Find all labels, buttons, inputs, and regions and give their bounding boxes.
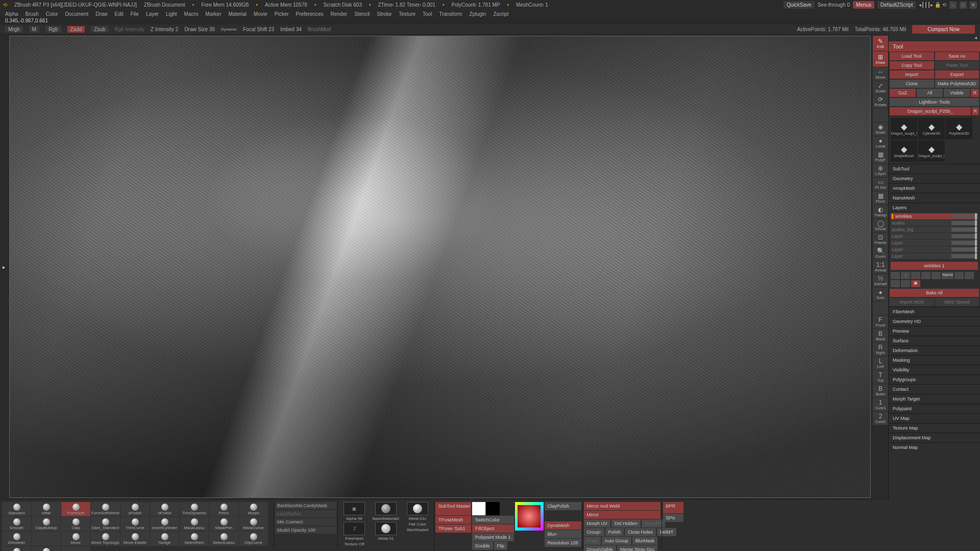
layer-item[interactable]: Layer: [891, 253, 978, 259]
brush-slicecurve[interactable]: SliceCurve: [2, 546, 31, 551]
brush-move[interactable]: Move: [61, 532, 90, 546]
brush-morph[interactable]: Morph: [239, 502, 268, 516]
spix-button[interactable]: SPix: [663, 514, 683, 522]
bake-all-button[interactable]: Bake All: [890, 289, 979, 297]
rail-scale[interactable]: ⤢Scale: [873, 81, 888, 94]
rgb-intensity-slider[interactable]: Rgb Intensity: [115, 27, 144, 32]
rail-solo[interactable]: ●Solo: [873, 288, 888, 301]
brush-formsoft[interactable]: FormSoft: [61, 502, 90, 516]
subpalette-displacement-map[interactable]: Displacement Map: [889, 433, 980, 442]
rail-top[interactable]: TTop: [873, 370, 888, 384]
menu-stencil[interactable]: Stencil: [354, 11, 370, 17]
menu-transform[interactable]: Transform: [439, 11, 462, 17]
subpalette-contact[interactable]: Contact: [889, 384, 980, 394]
color-picker[interactable]: [515, 502, 544, 531]
menu-color[interactable]: Color: [46, 11, 58, 17]
double-button[interactable]: Double: [472, 542, 493, 550]
claypolish-button[interactable]: ClayPolish: [545, 502, 581, 510]
menu-alpha[interactable]: Alpha: [5, 11, 18, 17]
goz-all-button[interactable]: All: [917, 89, 943, 97]
brush-smooth[interactable]: Smooth: [2, 517, 31, 531]
layer-item[interactable]: scales_big: [891, 227, 978, 233]
tpose-sub-button[interactable]: TPose› Sub1: [435, 524, 471, 533]
layer-btn-7[interactable]: [965, 272, 974, 279]
rail-back[interactable]: BBack: [873, 329, 888, 342]
rail-move[interactable]: ↔Move: [873, 67, 888, 81]
menu-render[interactable]: Render: [331, 11, 348, 17]
rgb-button[interactable]: Rgb: [45, 26, 61, 33]
color-main-swatch[interactable]: [472, 502, 485, 515]
brush-inflat[interactable]: Inflat: [32, 502, 61, 516]
goz-button[interactable]: GoZ: [890, 89, 916, 97]
texture-off-button[interactable]: Texture Off: [345, 542, 364, 546]
subpalette-nanomesh[interactable]: NanoMesh: [889, 193, 980, 203]
min-connect-button[interactable]: Min Connect: [275, 518, 336, 525]
rail-rotate[interactable]: ⟳Rotate: [873, 95, 888, 108]
brush-nudge[interactable]: Nudge: [150, 532, 179, 546]
morph-uv-button[interactable]: Morph UV: [584, 519, 611, 528]
layer-item[interactable]: wrinkles: [891, 213, 978, 219]
rail-frame[interactable]: ⊡Frame: [873, 233, 888, 246]
group-visible-button[interactable]: GroupVisible: [584, 545, 616, 551]
alpha-thumbnail[interactable]: ▦: [344, 502, 365, 515]
layer-btn-4[interactable]: [932, 272, 941, 279]
tool-thumb[interactable]: ◆SimpleBrush: [891, 140, 917, 162]
brush-selectrect[interactable]: SelectRect: [180, 532, 209, 546]
lightbox-tools-button[interactable]: Lightbox› Tools: [890, 98, 979, 106]
switch-color-button[interactable]: SwitchColor: [472, 516, 514, 524]
layer-item[interactable]: Layer: [891, 246, 978, 253]
layer-btn-6[interactable]: [954, 272, 964, 279]
goz-r-button[interactable]: R: [971, 89, 979, 97]
layer-btn-0[interactable]: [891, 272, 900, 279]
layer-btn-8[interactable]: [891, 280, 900, 287]
brushmod-slider[interactable]: BrushMod: [308, 27, 331, 32]
menu-layer[interactable]: Layer: [146, 11, 159, 17]
rail-rght[interactable]: RRght: [873, 343, 888, 356]
load-tool-button[interactable]: Load Tool: [890, 52, 934, 60]
brush-trimdynamic[interactable]: TrimDynamic: [180, 502, 209, 516]
subpalette-visibility[interactable]: Visibility: [889, 365, 980, 374]
menu-preferences[interactable]: Preferences: [296, 11, 324, 17]
fill-object-button[interactable]: FillObject: [472, 524, 514, 533]
save-as-button[interactable]: Save As: [935, 52, 979, 60]
subpalette-texture-map[interactable]: Texture Map: [889, 423, 980, 433]
subpalette-normal-map[interactable]: Normal Map: [889, 442, 980, 452]
mirror-button[interactable]: Mirror: [584, 511, 660, 519]
clone-button[interactable]: Clone: [890, 80, 934, 88]
rail-front[interactable]: FFront: [873, 315, 888, 329]
dynamesh-button[interactable]: DynaMesh: [545, 521, 581, 530]
mdd-speed-button[interactable]: MDD Speed: [935, 298, 979, 306]
flat-color-button[interactable]: Flat Color: [409, 522, 427, 527]
brush-zmodeler[interactable]: ZModeler: [2, 532, 31, 546]
menu-zscript[interactable]: Zscript: [493, 11, 508, 17]
zadd-button[interactable]: Zadd: [67, 26, 85, 33]
rail-actual[interactable]: 1:1Actual: [873, 260, 888, 273]
del-hidden-button[interactable]: Del Hidden: [611, 519, 641, 528]
tool-thumb[interactable]: ◆PolyMesh3D: [946, 118, 972, 139]
brush-dam_standard[interactable]: Dam_Standard: [91, 517, 120, 531]
layers-subpalette[interactable]: Layers: [889, 203, 980, 212]
menu-edit[interactable]: Edit: [115, 11, 124, 17]
menu-movie[interactable]: Movie: [254, 11, 267, 17]
import-mdd-button[interactable]: Import MDD: [890, 298, 934, 306]
menu-brush[interactable]: Brush: [26, 11, 39, 17]
color-secondary-swatch[interactable]: [486, 502, 500, 515]
rail-aahalf[interactable]: ½AAHalf: [873, 274, 888, 287]
rail-floor[interactable]: ▦Floor: [873, 191, 888, 205]
tool-thumb[interactable]: ◆Dragon_sculpt_l: [918, 140, 945, 162]
rail-pt sel[interactable]: ▭Pt Sel: [873, 178, 888, 191]
close-holes-button[interactable]: Close Holes: [625, 528, 656, 536]
layer-current[interactable]: wrinkles 1: [891, 262, 978, 270]
resolution-slider[interactable]: Resolution 128: [545, 539, 581, 547]
menu-zplugin[interactable]: Zplugin: [470, 11, 486, 17]
brush-move-topologic[interactable]: Move Topologic: [91, 532, 120, 546]
rail-left[interactable]: LLeft: [873, 357, 888, 370]
subpalette-surface[interactable]: Surface: [889, 336, 980, 345]
material-metal-thumbnail[interactable]: [375, 522, 397, 535]
default-zscript[interactable]: DefaultZScript: [877, 1, 916, 9]
brush-trimcurve[interactable]: TrimCurve: [120, 517, 150, 531]
subtool-master-button[interactable]: SubTool Master: [435, 502, 471, 515]
stroke-thumbnail[interactable]: 𝒵: [344, 522, 365, 535]
layer-item[interactable]: Layer: [891, 240, 978, 246]
subpalette-arraymesh[interactable]: ArrayMesh: [889, 183, 980, 193]
